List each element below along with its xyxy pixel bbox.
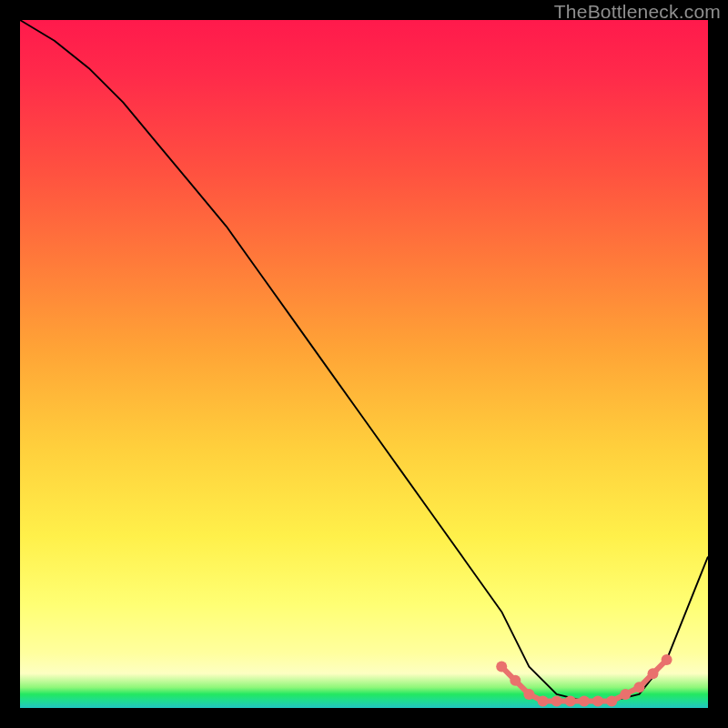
curve-layer bbox=[20, 20, 708, 701]
floor-marker-dot bbox=[620, 689, 631, 700]
floor-marker-dot bbox=[523, 689, 534, 700]
floor-marker-dot bbox=[579, 695, 590, 706]
floor-marker-dot bbox=[538, 695, 549, 706]
floor-marker-dot bbox=[633, 682, 644, 693]
floor-markers bbox=[496, 654, 672, 706]
plot-area bbox=[20, 20, 708, 708]
floor-marker-dot bbox=[496, 662, 507, 672]
floor-marker-dot bbox=[565, 695, 576, 706]
floor-marker-dot bbox=[592, 695, 603, 706]
chart-frame: TheBottleneck.com bbox=[0, 0, 728, 728]
watermark-text: TheBottleneck.com bbox=[554, 2, 721, 21]
floor-marker-dot bbox=[510, 675, 521, 686]
bottleneck-curve bbox=[20, 20, 708, 701]
chart-svg bbox=[20, 20, 708, 708]
floor-marker-dot bbox=[551, 695, 562, 706]
floor-marker-dot bbox=[662, 654, 672, 665]
floor-marker-dot bbox=[648, 668, 659, 679]
floor-marker-dot bbox=[606, 695, 617, 706]
